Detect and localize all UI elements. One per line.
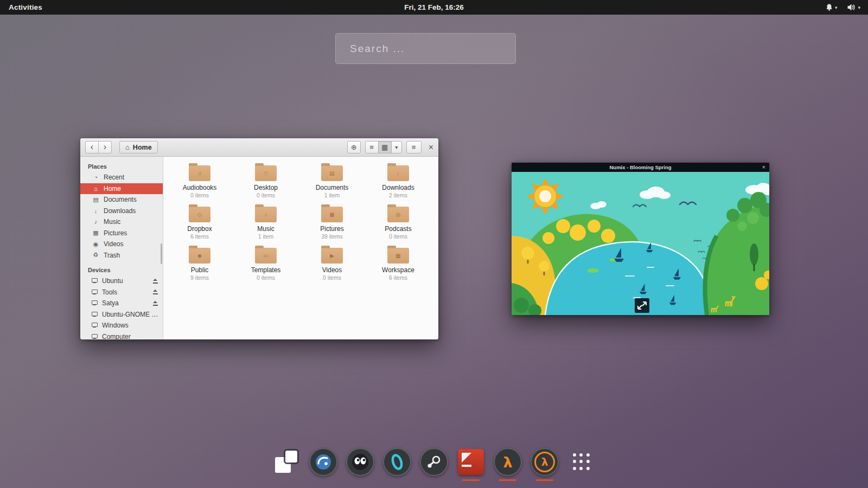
sidebar-item-downloads[interactable]: ↓ Downloads — [80, 206, 163, 217]
dash-steam[interactable] — [420, 448, 448, 476]
files-content-area[interactable]: ♫ Audiobooks 0 items □ Desktop 0 items ▤… — [163, 157, 438, 339]
folder-icon: ◎ — [387, 207, 409, 222]
history-nav: ‹ › — [85, 141, 112, 153]
audiobook-emblem-icon: ♫ — [197, 171, 202, 176]
trash-icon: ♻ — [92, 252, 99, 259]
home-icon: ⌂ — [92, 185, 99, 192]
dash-half-life-2[interactable]: λ — [531, 448, 559, 476]
dota2-icon — [458, 449, 484, 475]
back-icon: ‹ — [91, 143, 93, 151]
sun-icon — [527, 178, 564, 215]
search-input[interactable] — [336, 34, 515, 63]
document-emblem-icon: ▤ — [329, 171, 334, 176]
dash-world-of-goo[interactable] — [346, 448, 374, 476]
sidebar-item-pictures[interactable]: ▦ Pictures — [80, 228, 163, 239]
chevron-down-icon: ▾ — [395, 144, 398, 150]
document-icon: ▤ — [92, 196, 99, 203]
picture-emblem-icon: ▦ — [329, 212, 334, 217]
podcast-emblem-icon: ◎ — [396, 212, 401, 217]
browser-icon — [309, 448, 337, 476]
location-button[interactable]: ⌂ Home — [119, 141, 158, 153]
sidebar-item-home[interactable]: ⌂ Home — [80, 183, 163, 195]
folder-icon: ▶ — [321, 248, 343, 264]
recent-icon: ◔ — [92, 174, 99, 181]
list-view-button[interactable]: ≡ — [365, 141, 379, 153]
image-window-titlebar[interactable]: Numix - Blooming Spring × — [512, 163, 769, 172]
sidebar-device-ubuntu[interactable]: Ubuntu — [80, 275, 163, 287]
sidebar-device-ubuntu-gnome[interactable]: Ubuntu-GNOME 13... — [80, 309, 163, 320]
sidebar-item-videos[interactable]: ◉ Videos — [80, 239, 163, 250]
drive-icon — [91, 334, 98, 339]
drive-icon — [91, 323, 98, 328]
forward-button[interactable]: › — [98, 141, 112, 153]
download-icon: ↓ — [92, 208, 99, 214]
drive-icon — [91, 300, 98, 306]
back-button[interactable]: ‹ — [85, 141, 99, 153]
drive-icon — [91, 312, 98, 317]
video-emblem-icon: ▶ — [330, 253, 334, 259]
fullscreen-button[interactable] — [635, 298, 649, 313]
goo-eyes-icon — [346, 448, 374, 476]
devices-header: Devices — [80, 264, 163, 275]
steam-icon — [420, 448, 448, 476]
grid-view-icon: ▦ — [381, 143, 388, 151]
window-close-button[interactable]: × — [762, 163, 765, 171]
dropbox-emblem-icon: ◇ — [197, 212, 202, 217]
half-life-2-lambda-icon: λ — [531, 448, 559, 476]
view-switcher: ≡ ▦ ▾ — [365, 141, 402, 153]
sidebar-item-recent[interactable]: ◔ Recent — [80, 172, 163, 183]
desktop-emblem-icon: □ — [264, 171, 267, 176]
eject-icon[interactable] — [152, 279, 158, 284]
sidebar-item-music[interactable]: ♪ Music — [80, 216, 163, 228]
folder-icon: ↓ — [387, 165, 409, 181]
folder-icon: ◇ — [189, 207, 210, 222]
dash-browser[interactable] — [309, 448, 337, 476]
eject-icon[interactable] — [152, 301, 158, 306]
dash-files[interactable] — [272, 448, 301, 476]
notifications-indicator[interactable]: ▾ — [825, 3, 838, 11]
window-close-button[interactable]: × — [429, 143, 433, 152]
sidebar-scrollbar[interactable] — [161, 243, 162, 264]
dash: λ λ — [0, 439, 868, 488]
dash-show-applications[interactable] — [567, 448, 596, 476]
location-label: Home — [133, 144, 152, 151]
folder-templates[interactable]: ▭ Templates 0 items — [233, 245, 299, 286]
sidebar-item-trash[interactable]: ♻ Trash — [80, 250, 163, 261]
folder-podcasts[interactable]: ◎ Podcasts 0 items — [365, 203, 431, 245]
home-icon: ⌂ — [125, 143, 130, 151]
files-window[interactable]: ‹ › ⌂ Home ⊕ ≡ ▦ ▾ ≡ × Places ◔ Recent — [80, 138, 438, 339]
portal-icon — [383, 448, 411, 476]
menu-button[interactable]: ≡ — [406, 141, 422, 153]
volume-indicator[interactable]: ▾ — [847, 3, 860, 11]
running-indicator — [536, 479, 553, 481]
dash-half-life[interactable]: λ — [494, 448, 522, 476]
sidebar-device-computer[interactable]: Computer — [80, 331, 163, 340]
sidebar-device-satya[interactable]: Satya — [80, 298, 163, 309]
sidebar-device-windows[interactable]: Windows — [80, 320, 163, 331]
half-life-lambda-icon: λ — [494, 448, 522, 476]
folder-pictures[interactable]: ▦ Pictures 39 items — [299, 203, 365, 245]
pathbar-toggle-button[interactable]: ⊕ — [347, 141, 361, 153]
eject-icon[interactable] — [152, 290, 158, 294]
folder-documents[interactable]: ▤ Documents 1 item — [299, 162, 365, 203]
dash-portal[interactable] — [383, 448, 411, 476]
folder-workspace[interactable]: ▦ Workspace 6 items — [365, 245, 431, 286]
folder-public[interactable]: ☻ Public 9 items — [167, 245, 233, 286]
files-headerbar[interactable]: ‹ › ⌂ Home ⊕ ≡ ▦ ▾ ≡ × — [80, 138, 438, 157]
places-header: Places — [80, 160, 163, 172]
sidebar-device-tools[interactable]: Tools — [80, 287, 163, 298]
folder-videos[interactable]: ▶ Videos 0 items — [299, 245, 365, 286]
view-options-button[interactable]: ▾ — [391, 141, 402, 153]
dash-dota2[interactable] — [457, 448, 485, 476]
folder-downloads[interactable]: ↓ Downloads 2 items — [365, 162, 431, 203]
grid-view-button[interactable]: ▦ — [378, 141, 392, 153]
folder-desktop[interactable]: □ Desktop 0 items — [233, 162, 299, 203]
folder-music[interactable]: ♪ Music 1 item — [233, 203, 299, 245]
image-viewer-window[interactable]: Numix - Blooming Spring × — [512, 163, 769, 315]
folder-dropbox[interactable]: ◇ Dropbox 6 items — [167, 203, 233, 245]
activities-button[interactable]: Activities — [9, 3, 42, 11]
clock[interactable]: Fri, 21 Feb, 16:26 — [0, 3, 868, 11]
folder-audiobooks[interactable]: ♫ Audiobooks 0 items — [167, 162, 233, 203]
workspace-emblem-icon: ▦ — [395, 253, 400, 259]
sidebar-item-documents[interactable]: ▤ Documents — [80, 194, 163, 206]
